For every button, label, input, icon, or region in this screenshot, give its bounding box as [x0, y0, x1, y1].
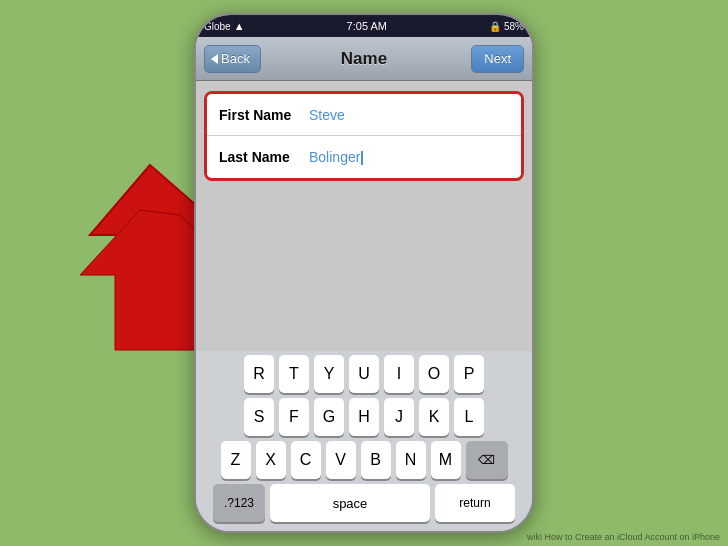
- key-i[interactable]: I: [384, 355, 414, 393]
- key-l[interactable]: L: [454, 398, 484, 436]
- name-form: First Name Steve Last Name Bolinger: [204, 91, 524, 181]
- key-z[interactable]: Z: [221, 441, 251, 479]
- iphone-screen: Globe ▲ 7:05 AM 🔒 58% Back Name Next: [196, 15, 532, 531]
- key-v[interactable]: V: [326, 441, 356, 479]
- keyboard[interactable]: R T Y U I O P S F G H J: [196, 351, 532, 531]
- last-name-value[interactable]: Bolinger: [309, 149, 509, 165]
- wifi-icon: ▲: [234, 20, 245, 32]
- first-name-value[interactable]: Steve: [309, 107, 509, 123]
- nav-title: Name: [341, 49, 387, 69]
- delete-key[interactable]: ⌫: [466, 441, 508, 479]
- page-wrapper: Globe ▲ 7:05 AM 🔒 58% Back Name Next: [0, 0, 728, 546]
- last-name-row: Last Name Bolinger: [207, 136, 521, 178]
- back-button[interactable]: Back: [204, 45, 261, 73]
- nav-bar: Back Name Next: [196, 37, 532, 81]
- key-n[interactable]: N: [396, 441, 426, 479]
- key-h[interactable]: H: [349, 398, 379, 436]
- status-time: 7:05 AM: [347, 20, 387, 32]
- key-t[interactable]: T: [279, 355, 309, 393]
- key-c[interactable]: C: [291, 441, 321, 479]
- key-x[interactable]: X: [256, 441, 286, 479]
- key-g[interactable]: G: [314, 398, 344, 436]
- gray-area: [196, 191, 532, 251]
- next-label: Next: [484, 51, 511, 66]
- space-key[interactable]: space: [270, 484, 430, 522]
- carrier-label: Globe: [204, 21, 231, 32]
- key-m[interactable]: M: [431, 441, 461, 479]
- battery-label: 58%: [504, 21, 524, 32]
- keyboard-row-2: S F G H J K L: [199, 398, 529, 436]
- key-f[interactable]: F: [279, 398, 309, 436]
- status-left: Globe ▲: [204, 20, 245, 32]
- screen-body: First Name Steve Last Name Bolinger R: [196, 81, 532, 531]
- key-p[interactable]: P: [454, 355, 484, 393]
- key-o[interactable]: O: [419, 355, 449, 393]
- key-s[interactable]: S: [244, 398, 274, 436]
- return-key[interactable]: return: [435, 484, 515, 522]
- iphone-frame: Globe ▲ 7:05 AM 🔒 58% Back Name Next: [194, 13, 534, 533]
- status-right: 🔒 58%: [489, 21, 524, 32]
- key-y[interactable]: Y: [314, 355, 344, 393]
- back-arrow-icon: [211, 54, 218, 64]
- next-button[interactable]: Next: [471, 45, 524, 73]
- keyboard-row-4: .?123 space return: [199, 484, 529, 522]
- last-name-label: Last Name: [219, 149, 309, 165]
- keyboard-row-1: R T Y U I O P: [199, 355, 529, 393]
- key-r[interactable]: R: [244, 355, 274, 393]
- key-b[interactable]: B: [361, 441, 391, 479]
- first-name-label: First Name: [219, 107, 309, 123]
- first-name-row: First Name Steve: [207, 94, 521, 136]
- key-j[interactable]: J: [384, 398, 414, 436]
- key-num[interactable]: .?123: [213, 484, 265, 522]
- status-bar: Globe ▲ 7:05 AM 🔒 58%: [196, 15, 532, 37]
- back-label: Back: [221, 51, 250, 66]
- watermark: wiki How to Create an iCloud Account on …: [527, 532, 720, 542]
- key-k[interactable]: K: [419, 398, 449, 436]
- keyboard-row-3: Z X C V B N M ⌫: [199, 441, 529, 479]
- key-u[interactable]: U: [349, 355, 379, 393]
- lock-icon: 🔒: [489, 21, 501, 32]
